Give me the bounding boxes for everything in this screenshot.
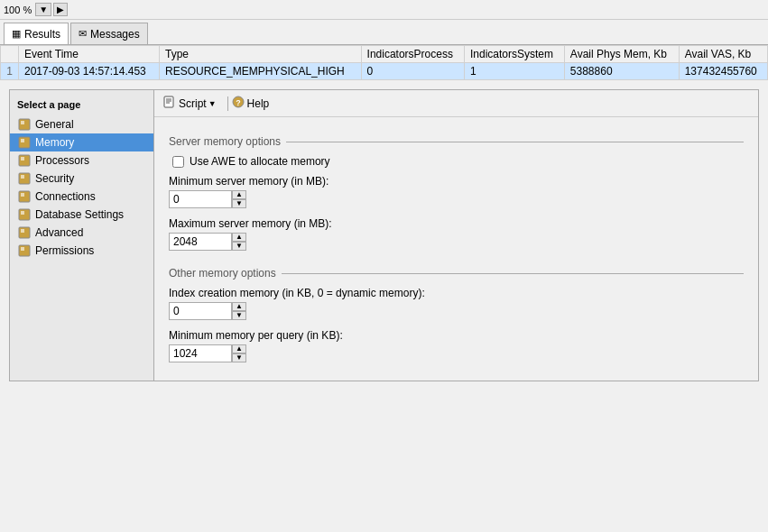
- cell-avail-vas: 137432455760: [679, 63, 767, 80]
- sidebar-label-memory: Memory: [35, 136, 74, 149]
- index-creation-memory-label: Index creation memory (in KB, 0 = dynami…: [169, 287, 744, 299]
- max-server-memory-down-btn[interactable]: ▼: [232, 242, 246, 251]
- row-number: 1: [1, 63, 19, 80]
- min-query-memory-group: Minimum memory per query (in KB): ▲ ▼: [169, 329, 744, 362]
- index-creation-memory-down-btn[interactable]: ▼: [232, 311, 246, 320]
- index-creation-memory-spinbox-btns: ▲ ▼: [232, 302, 246, 320]
- sidebar-label-general: General: [35, 118, 74, 131]
- svg-rect-16: [164, 96, 173, 107]
- sidebar-label-connections: Connections: [35, 190, 96, 203]
- col-header-type: Type: [160, 46, 362, 63]
- sidebar-label-permissions: Permissions: [35, 244, 94, 257]
- max-server-memory-group: Maximum server memory (in MB): ▲ ▼: [169, 217, 744, 251]
- use-awe-row: Use AWE to allocate memory: [172, 155, 744, 168]
- cell-avail-phys-mem: 5388860: [564, 63, 679, 80]
- permissions-icon: [17, 243, 32, 258]
- sidebar-item-permissions[interactable]: Permissions: [10, 242, 153, 260]
- toolbar-arrow-btn[interactable]: ▶: [53, 3, 68, 16]
- svg-rect-13: [21, 229, 24, 233]
- max-server-memory-spinbox-container: ▲ ▼: [169, 233, 744, 251]
- results-area: Event Time Type IndicatorsProcess Indica…: [0, 45, 768, 80]
- svg-rect-11: [21, 211, 24, 215]
- tab-messages[interactable]: ✉ Messages: [70, 23, 148, 44]
- help-label: Help: [247, 97, 270, 110]
- table-row[interactable]: 1 2017-09-03 14:57:14.453 RESOURCE_MEMPH…: [1, 63, 768, 80]
- sidebar-item-database-settings[interactable]: Database Settings: [10, 206, 153, 224]
- min-server-memory-label: Minimum server memory (in MB):: [169, 175, 744, 188]
- results-tab-icon: ▦: [12, 28, 21, 40]
- sidebar-item-processors[interactable]: Processors: [10, 151, 153, 170]
- max-server-memory-up-btn[interactable]: ▲: [232, 233, 246, 242]
- col-header-indicators-process: IndicatorsProcess: [361, 46, 464, 63]
- database-settings-icon: [17, 207, 32, 222]
- min-query-memory-label: Minimum memory per query (in KB):: [169, 329, 744, 342]
- script-button[interactable]: Script ▼: [163, 96, 217, 111]
- sidebar-item-advanced[interactable]: Advanced: [10, 224, 153, 242]
- max-server-memory-input[interactable]: [169, 233, 232, 251]
- security-icon: [17, 171, 32, 186]
- sidebar-label-security: Security: [35, 172, 74, 185]
- sidebar-item-memory[interactable]: Memory: [10, 133, 153, 151]
- min-query-memory-up-btn[interactable]: ▲: [232, 344, 246, 353]
- connections-icon: [17, 189, 32, 204]
- sidebar-item-general[interactable]: General: [10, 115, 153, 133]
- svg-rect-9: [21, 193, 24, 197]
- cell-type: RESOURCE_MEMPHYSICAL_HIGH: [160, 63, 362, 80]
- cell-event-time: 2017-09-03 14:57:14.453: [19, 63, 160, 80]
- memory-icon: [17, 135, 32, 150]
- tab-results[interactable]: ▦ Results: [4, 23, 69, 44]
- zoom-dropdown-btn[interactable]: ▼: [35, 3, 51, 16]
- content-panel: Script ▼ ? Help Server memory options: [154, 90, 758, 381]
- advanced-icon: [17, 225, 32, 240]
- general-icon: [17, 117, 32, 132]
- toolbar-separator: [227, 96, 228, 111]
- other-memory-section-label: Other memory options: [169, 267, 276, 280]
- svg-rect-3: [21, 139, 24, 142]
- min-query-memory-spinbox-btns: ▲ ▼: [232, 344, 246, 362]
- col-header-indicators-system: IndicatorsSystem: [464, 46, 564, 63]
- server-memory-section-line: [286, 142, 744, 142]
- sidebar-item-security[interactable]: Security: [10, 170, 153, 188]
- sidebar-label-processors: Processors: [35, 154, 89, 167]
- cell-indicators-process: 0: [361, 63, 464, 80]
- min-server-memory-up-btn[interactable]: ▲: [232, 190, 246, 199]
- max-server-memory-spinbox-btns: ▲ ▼: [232, 233, 246, 251]
- col-header-avail-phys-mem: Avail Phys Mem, Kb: [564, 46, 679, 63]
- help-icon: ?: [232, 96, 245, 111]
- index-creation-memory-input[interactable]: [169, 302, 232, 320]
- processors-icon: [17, 153, 32, 168]
- script-label: Script: [179, 97, 207, 110]
- tabs-bar: ▦ Results ✉ Messages: [0, 20, 768, 45]
- svg-text:?: ?: [236, 98, 241, 107]
- sidebar-header: Select a page: [10, 96, 153, 115]
- sidebar-item-connections[interactable]: Connections: [10, 188, 153, 206]
- svg-rect-15: [21, 247, 24, 251]
- min-server-memory-spinbox-btns: ▲ ▼: [232, 190, 246, 208]
- script-icon: [163, 96, 176, 111]
- top-toolbar: 100 % ▼ ▶: [0, 0, 768, 20]
- use-awe-checkbox[interactable]: [172, 156, 184, 168]
- cell-indicators-system: 1: [464, 63, 564, 80]
- min-query-memory-input[interactable]: [169, 344, 232, 362]
- zoom-label: 100 %: [4, 5, 32, 15]
- min-server-memory-spinbox-container: ▲ ▼: [169, 190, 744, 208]
- help-button[interactable]: ? Help: [232, 96, 270, 111]
- col-header-avail-vas: Avail VAS, Kb: [679, 46, 767, 63]
- other-memory-section-line: [282, 273, 744, 274]
- main-content: Select a page General Memory Processors: [0, 80, 768, 390]
- messages-tab-icon: ✉: [79, 28, 87, 40]
- content-body: Server memory options Use AWE to allocat…: [154, 117, 758, 381]
- sidebar: Select a page General Memory Processors: [10, 90, 154, 381]
- min-query-memory-down-btn[interactable]: ▼: [232, 353, 246, 362]
- min-server-memory-input[interactable]: [169, 190, 232, 208]
- results-table: Event Time Type IndicatorsProcess Indica…: [0, 45, 768, 80]
- index-creation-memory-spinbox-container: ▲ ▼: [169, 302, 744, 320]
- min-server-memory-down-btn[interactable]: ▼: [232, 199, 246, 208]
- index-creation-memory-up-btn[interactable]: ▲: [232, 302, 246, 311]
- max-server-memory-label: Maximum server memory (in MB):: [169, 217, 744, 230]
- tab-results-label: Results: [24, 28, 60, 41]
- min-query-memory-spinbox-container: ▲ ▼: [169, 344, 744, 362]
- other-memory-section-divider: Other memory options: [169, 267, 744, 280]
- col-header-event-time: Event Time: [19, 46, 160, 63]
- dialog-panel: Select a page General Memory Processors: [9, 89, 759, 381]
